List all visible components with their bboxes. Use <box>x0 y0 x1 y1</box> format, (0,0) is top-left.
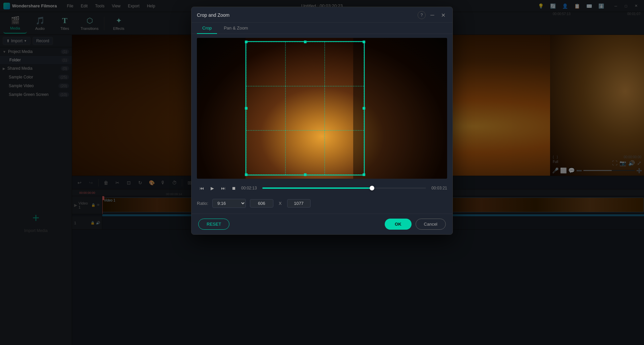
crop-handle-bm[interactable] <box>304 173 307 176</box>
crop-handle-bl[interactable] <box>245 173 248 176</box>
modal-header: Crop and Zoom ? ─ ✕ <box>192 7 452 23</box>
crop-grid <box>246 42 364 175</box>
tab-crop[interactable]: Crop <box>197 23 217 34</box>
reset-button[interactable]: RESET <box>198 219 229 230</box>
modal-timeline: ⏮ ▶ ⏭ ⏹ 00:02:13 00:03:21 <box>197 182 447 194</box>
grid-cell-5 <box>285 86 325 130</box>
modal-header-right: ? ─ ✕ <box>418 11 447 19</box>
modal-tabs: Crop Pan & Zoom <box>192 23 452 34</box>
modal-ratio-row: Ratio: 9:16 16:9 1:1 4:3 Custom X <box>197 197 447 209</box>
modal-play-controls: ⏮ ▶ ⏭ ⏹ <box>197 183 238 193</box>
grid-cell-7 <box>246 130 285 175</box>
modal-help-button[interactable]: ? <box>418 11 426 19</box>
modal-preview <box>197 38 447 179</box>
crop-handle-br[interactable] <box>363 173 365 176</box>
ratio-width-input[interactable] <box>250 199 273 208</box>
ratio-x-label: X <box>279 201 282 206</box>
crop-handle-tl[interactable] <box>245 41 248 43</box>
modal-prev-button[interactable]: ⏮ <box>197 183 206 193</box>
grid-cell-8 <box>285 130 325 175</box>
crop-handle-tr[interactable] <box>363 41 365 43</box>
modal-close-button[interactable]: ✕ <box>439 11 447 19</box>
crop-overlay[interactable] <box>197 38 447 179</box>
modal-progress-thumb[interactable] <box>370 186 374 190</box>
grid-cell-9 <box>325 130 364 175</box>
modal-footer: RESET OK Cancel <box>192 214 452 234</box>
modal-minimize-button[interactable]: ─ <box>428 11 436 19</box>
ok-button[interactable]: OK <box>385 219 412 230</box>
footer-right-buttons: OK Cancel <box>385 219 446 230</box>
modal-progress-bar[interactable] <box>262 187 426 189</box>
ratio-height-input[interactable] <box>287 199 311 208</box>
tab-pan-zoom[interactable]: Pan & Zoom <box>218 23 253 34</box>
grid-cell-6 <box>325 86 364 130</box>
modal-time-total: 00:03:21 <box>429 186 447 190</box>
crop-handle-tm[interactable] <box>304 41 307 43</box>
ratio-select[interactable]: 9:16 16:9 1:1 4:3 Custom <box>212 199 246 208</box>
grid-cell-4 <box>246 86 285 130</box>
modal-progress-fill <box>262 187 372 189</box>
modal-title: Crop and Zoom <box>197 12 229 18</box>
crop-zoom-modal: Crop and Zoom ? ─ ✕ Crop Pan & Zoom <box>191 7 453 235</box>
grid-cell-1 <box>246 42 285 86</box>
crop-dark-right <box>353 38 447 179</box>
ratio-label: Ratio: <box>197 201 208 206</box>
grid-cell-3 <box>325 42 364 86</box>
modal-overlay: Crop and Zoom ? ─ ✕ Crop Pan & Zoom <box>0 0 644 345</box>
crop-handle-ml[interactable] <box>245 107 248 110</box>
modal-play-button[interactable]: ▶ <box>208 183 217 193</box>
grid-cell-2 <box>285 42 325 86</box>
crop-dark-left <box>197 38 246 179</box>
modal-time-current: 00:02:13 <box>241 186 260 190</box>
cancel-button[interactable]: Cancel <box>416 219 446 230</box>
modal-next-button[interactable]: ⏭ <box>218 183 228 193</box>
crop-box[interactable] <box>246 41 365 175</box>
modal-stop-button[interactable]: ⏹ <box>229 183 238 193</box>
crop-handle-mr[interactable] <box>363 107 365 110</box>
modal-video-area: ⏮ ▶ ⏭ ⏹ 00:02:13 00:03:21 Ratio: 9:16 16… <box>192 34 452 214</box>
